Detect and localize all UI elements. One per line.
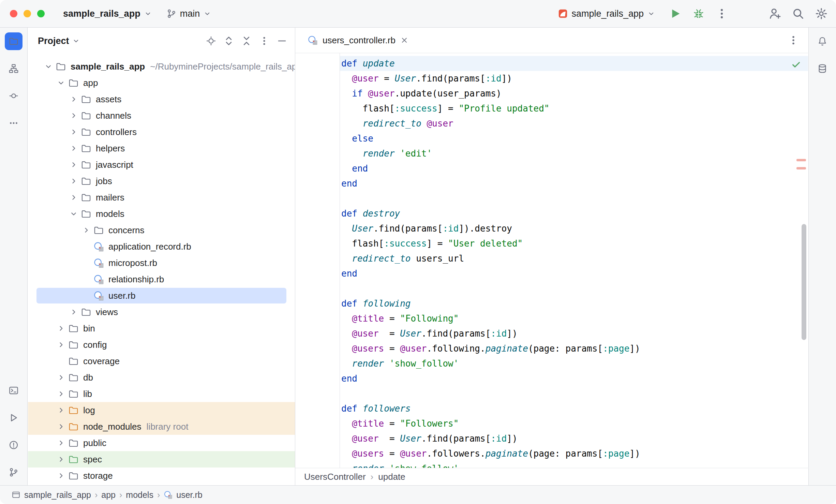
hide-panel-icon[interactable] bbox=[277, 35, 287, 46]
chevron-right-icon[interactable] bbox=[55, 373, 67, 382]
status-path-app[interactable]: app bbox=[101, 490, 116, 500]
tree-item-mailers[interactable]: mailers bbox=[28, 189, 295, 206]
code-line[interactable]: render 'show_follow' bbox=[295, 461, 808, 468]
tree-item-sample_rails_app[interactable]: sample_rails_app~/RubymineProjects/sampl… bbox=[28, 58, 295, 75]
chevron-down-icon[interactable] bbox=[67, 209, 80, 219]
chevron-down-icon[interactable] bbox=[72, 37, 80, 45]
tool-more-button[interactable] bbox=[5, 114, 23, 132]
code-line[interactable]: redirect_to @user bbox=[295, 116, 808, 131]
chevron-right-icon[interactable] bbox=[67, 95, 80, 104]
code-line[interactable] bbox=[295, 281, 808, 296]
tool-project-button[interactable] bbox=[5, 32, 23, 50]
close-window-button[interactable] bbox=[10, 10, 17, 17]
tree-item-assets[interactable]: assets bbox=[28, 91, 295, 107]
chevron-down-icon[interactable] bbox=[55, 78, 67, 88]
tree-item-bin[interactable]: bin bbox=[28, 320, 295, 337]
code-line[interactable]: @user = User.find(params[:id]) bbox=[295, 431, 808, 446]
code-line[interactable]: def update bbox=[295, 56, 808, 71]
code-line[interactable] bbox=[295, 191, 808, 206]
chevron-right-icon[interactable] bbox=[55, 324, 67, 333]
close-tab-icon[interactable] bbox=[400, 36, 408, 44]
tree-item-controllers[interactable]: controllers bbox=[28, 124, 295, 140]
chevron-right-icon[interactable] bbox=[55, 455, 67, 464]
tool-version-control-button[interactable] bbox=[5, 463, 23, 481]
tree-item-relationship.rb[interactable]: relationship.rb bbox=[28, 271, 295, 287]
code-line[interactable]: redirect_to users_url bbox=[295, 251, 808, 266]
branch-selector[interactable]: main bbox=[163, 6, 215, 22]
chevron-right-icon[interactable] bbox=[55, 389, 67, 399]
code-line[interactable]: render 'edit' bbox=[295, 146, 808, 161]
chevron-right-icon[interactable] bbox=[67, 308, 80, 317]
tree-item-javascript[interactable]: javascript bbox=[28, 157, 295, 173]
tree-item-public[interactable]: public bbox=[28, 435, 295, 451]
tree-item-db[interactable]: db bbox=[28, 369, 295, 386]
code-line[interactable]: User.find(params[:id]).destroy bbox=[295, 221, 808, 236]
code-line[interactable]: render 'show_follow' bbox=[295, 356, 808, 371]
tool-database-button[interactable] bbox=[813, 60, 831, 77]
tree-item-models[interactable]: models bbox=[28, 206, 295, 222]
collapse-all-icon[interactable] bbox=[241, 35, 252, 46]
code-line[interactable]: flash[:success] = "Profile updated" bbox=[295, 101, 808, 116]
tree-item-micropost.rb[interactable]: micropost.rb bbox=[28, 255, 295, 271]
tool-problems-button[interactable] bbox=[5, 436, 23, 454]
settings-button[interactable] bbox=[815, 7, 828, 20]
editor-tab-users-controller[interactable]: users_controller.rb bbox=[301, 28, 415, 53]
search-everywhere-button[interactable] bbox=[792, 7, 805, 20]
editor-options-icon[interactable] bbox=[788, 34, 799, 46]
status-path-file[interactable]: user.rb bbox=[176, 490, 202, 500]
chevron-right-icon[interactable] bbox=[67, 128, 80, 137]
tree-item-config[interactable]: config bbox=[28, 337, 295, 353]
tree-item-coverage[interactable]: coverage bbox=[28, 353, 295, 369]
code-line[interactable]: def following bbox=[295, 296, 808, 311]
chevron-right-icon[interactable] bbox=[55, 340, 67, 350]
tool-terminal-button[interactable] bbox=[5, 382, 23, 399]
breadcrumb-method[interactable]: update bbox=[378, 472, 405, 482]
chevron-right-icon[interactable] bbox=[55, 422, 67, 431]
code-line[interactable]: @title = "Followers" bbox=[295, 416, 808, 431]
tree-item-lib[interactable]: lib bbox=[28, 386, 295, 402]
run-button[interactable] bbox=[669, 7, 682, 20]
more-actions-button[interactable] bbox=[715, 7, 728, 20]
code-line[interactable]: end bbox=[295, 371, 808, 386]
tree-item-channels[interactable]: channels bbox=[28, 107, 295, 124]
status-path-project[interactable]: sample_rails_app bbox=[24, 490, 91, 500]
code-line[interactable]: end bbox=[295, 161, 808, 176]
code-line[interactable]: end bbox=[295, 266, 808, 281]
tool-structure-button[interactable] bbox=[5, 60, 23, 77]
chevron-right-icon[interactable] bbox=[67, 193, 80, 202]
tree-item-jobs[interactable]: jobs bbox=[28, 173, 295, 189]
code-line[interactable]: else bbox=[295, 131, 808, 146]
run-config-selector[interactable]: sample_rails_app bbox=[554, 6, 659, 22]
chevron-right-icon[interactable] bbox=[55, 406, 67, 415]
chevron-right-icon[interactable] bbox=[67, 177, 80, 186]
tree-item-helpers[interactable]: helpers bbox=[28, 140, 295, 157]
code-line[interactable]: end bbox=[295, 176, 808, 191]
chevron-down-icon[interactable] bbox=[42, 62, 55, 71]
expand-all-icon[interactable] bbox=[223, 35, 234, 46]
chevron-right-icon[interactable] bbox=[55, 439, 67, 448]
code-line[interactable]: def followers bbox=[295, 401, 808, 416]
code-line[interactable]: @users = @user.followers.paginate(page: … bbox=[295, 446, 808, 461]
status-path-models[interactable]: models bbox=[126, 490, 153, 500]
tool-notifications-button[interactable] bbox=[813, 32, 831, 50]
code-line[interactable]: @user = User.find(params[:id]) bbox=[295, 71, 808, 86]
zoom-window-button[interactable] bbox=[37, 10, 45, 17]
code-line[interactable]: @users = @user.following.paginate(page: … bbox=[295, 341, 808, 356]
tool-commit-button[interactable] bbox=[5, 87, 23, 105]
tool-run-button[interactable] bbox=[5, 409, 23, 427]
chevron-right-icon[interactable] bbox=[67, 144, 80, 153]
error-stripe-mark[interactable] bbox=[796, 159, 806, 161]
tree-item-views[interactable]: views bbox=[28, 304, 295, 320]
chevron-right-icon[interactable] bbox=[67, 160, 80, 169]
tree-item-log[interactable]: log bbox=[28, 402, 295, 418]
tree-item-user.rb[interactable]: user.rb bbox=[28, 287, 295, 304]
inspections-ok-icon[interactable] bbox=[791, 59, 801, 70]
tree-item-node_modules[interactable]: node_moduleslibrary root bbox=[28, 418, 295, 435]
debug-button[interactable] bbox=[692, 7, 705, 20]
panel-options-icon[interactable] bbox=[259, 35, 270, 46]
breadcrumb-class[interactable]: UsersController bbox=[304, 472, 366, 482]
code-line[interactable]: if @user.update(user_params) bbox=[295, 86, 808, 101]
project-selector[interactable]: sample_rails_app bbox=[60, 6, 155, 22]
select-opened-file-icon[interactable] bbox=[206, 35, 217, 46]
tree-item-app[interactable]: app bbox=[28, 75, 295, 91]
